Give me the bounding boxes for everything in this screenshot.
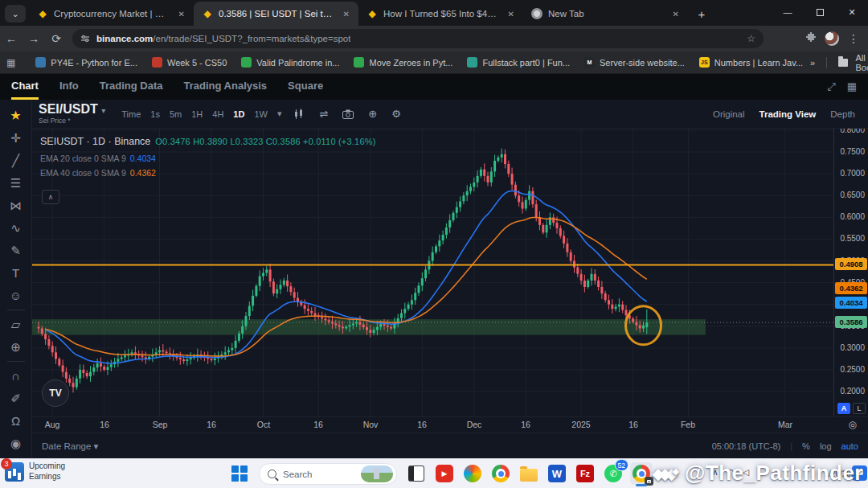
forward-button[interactable]: → [23, 32, 45, 45]
subnav-tab-chart[interactable]: Chart [11, 74, 39, 100]
log-scale-toggle[interactable]: log [820, 441, 832, 451]
auto-scale-button[interactable]: A [837, 403, 850, 414]
trend-line-icon[interactable]: ╱ [4, 150, 28, 171]
interval-button-4H[interactable]: 4H [207, 107, 228, 121]
tab-close-icon[interactable]: ✕ [506, 9, 517, 19]
interval-button-1D[interactable]: 1D [228, 107, 249, 121]
zoom-in-icon[interactable]: ⊕ [4, 336, 28, 358]
apps-grid-icon[interactable]: ▦ [0, 57, 22, 68]
close-window-button[interactable]: ✕ [836, 0, 868, 24]
interval-dropdown-icon[interactable]: ▾ [272, 106, 287, 121]
bookmark-item-4[interactable]: Fullstack part0 | Fun... [460, 57, 577, 68]
crosshair-icon[interactable]: ✛ [4, 127, 28, 149]
browser-tab-0[interactable]: ◆Cryptocurrency Market | Coin P✕ [29, 2, 194, 26]
log-scale-button[interactable]: L [853, 403, 866, 414]
app-icon-word[interactable]: W [546, 462, 568, 485]
subnav-tab-trading-analysis[interactable]: Trading Analysis [184, 74, 268, 100]
text-tool-icon[interactable]: T [4, 262, 28, 284]
mode-depth[interactable]: Depth [830, 109, 855, 119]
browser-tab-2[interactable]: ◆How I Turned $65 Into $465 Da✕ [358, 2, 523, 26]
mode-trading-view[interactable]: Trading View [760, 109, 817, 119]
app-icon-filezilla[interactable]: Fz [574, 462, 596, 485]
tab-close-icon[interactable]: ✕ [670, 9, 682, 19]
app-icon-youtube[interactable]: ▶ [433, 462, 456, 485]
lock-all-icon[interactable]: Ω [4, 410, 28, 432]
browser-tab-3[interactable]: New Tab✕ [523, 2, 688, 26]
bookmark-item-6[interactable]: JSNumbers | Learn Jav... [692, 57, 810, 68]
app-icon-window[interactable] [405, 462, 428, 485]
go-to-realtime-icon[interactable]: ◎ [849, 419, 857, 430]
clock-utc[interactable]: 05:00:18 (UTC-8) [712, 441, 781, 451]
emoji-tool-icon[interactable]: ☺ [4, 285, 28, 306]
tab-close-icon[interactable]: ✕ [176, 9, 187, 19]
bookmark-item-5[interactable]: MServer-side website... [577, 57, 692, 68]
taskbar-search[interactable]: Search [259, 463, 397, 485]
back-button[interactable]: ← [0, 32, 23, 45]
bookmarks-overflow-icon[interactable]: » [810, 58, 815, 68]
tradingview-logo[interactable]: TV [42, 379, 69, 407]
bookmark-star-icon[interactable]: ☆ [747, 33, 755, 44]
xabcd-pattern-icon[interactable]: ⋈ [4, 195, 28, 216]
app-icon-whatsapp[interactable]: ✆52 [602, 462, 624, 485]
subnav-tab-square[interactable]: Square [288, 74, 323, 100]
browser-menu-icon[interactable]: ⋮ [847, 32, 860, 45]
site-settings-icon[interactable] [80, 34, 90, 43]
prediction-icon[interactable]: ∿ [4, 217, 28, 239]
time-axis[interactable]: ◎ Aug16Sep16Oct16Nov16Dec16202516FebMar [32, 416, 868, 433]
price-axis[interactable]: A L 0.80000.75000.70000.65000.60000.5500… [833, 129, 868, 416]
tab-search-button[interactable]: ⌄ [5, 5, 26, 23]
magnet-icon[interactable]: ∩ [4, 365, 28, 387]
browser-tab-1[interactable]: ◆0.3586 | SEI USDT | Sei to USDT✕ [194, 2, 358, 26]
bookmark-item-1[interactable]: Week 5 - CS50 [145, 57, 234, 68]
date-range-button[interactable]: Date Range ▾ [42, 441, 98, 452]
app-icon-chrome-active[interactable] [630, 462, 653, 485]
expand-icon[interactable]: ⤢ [827, 80, 835, 93]
indicators-icon[interactable]: ⇌ [312, 108, 335, 120]
legend-ema40[interactable]: EMA 40 close 0 SMA 90.4362 [40, 166, 376, 180]
bookmark-item-2[interactable]: Valid Palindrome in... [234, 57, 346, 68]
bookmark-item-3[interactable]: Move Zeroes in Pyt... [346, 57, 460, 68]
reload-button[interactable]: ⟳ [45, 32, 68, 45]
add-alert-icon[interactable]: ⊕ [361, 108, 384, 120]
legend-collapse-button[interactable]: ∧ [42, 190, 59, 204]
chevron-down-icon: ▾ [101, 106, 105, 115]
favorites-star-icon[interactable]: ★ [4, 105, 28, 126]
new-tab-button[interactable]: + [691, 3, 712, 24]
weather-widget[interactable]: 3 UpcomingEarnings [5, 461, 65, 482]
chart-style-icon[interactable] [286, 109, 312, 120]
percent-scale-button[interactable]: % [802, 441, 810, 451]
address-bar[interactable]: binance.com/en/trade/SEI_USDT?_from=mark… [72, 29, 764, 48]
minimize-button[interactable]: — [772, 0, 804, 24]
screenshot-camera-icon[interactable] [335, 109, 361, 119]
symbol-selector[interactable]: SEI/USDT ▾ Sei Price * [39, 103, 105, 125]
chart-plot[interactable]: SEIUSDT · 1D · BinanceO0.3476 H0.3890 L0… [32, 129, 868, 416]
edit-lock-icon[interactable]: ✐ [4, 388, 28, 409]
brush-icon[interactable]: ✎ [4, 240, 28, 261]
legend-ema20[interactable]: EMA 20 close 0 SMA 90.4034 [40, 151, 376, 166]
fib-retracement-icon[interactable]: ☰ [4, 172, 28, 194]
restore-button[interactable] [804, 0, 836, 24]
bookmark-item-0[interactable]: PY4E - Python for E... [28, 57, 145, 68]
subnav-tab-info[interactable]: Info [59, 74, 79, 100]
layout-grid-icon[interactable]: ▦ [847, 80, 857, 93]
tab-close-icon[interactable]: ✕ [341, 9, 352, 19]
interval-button-1s[interactable]: 1s [145, 107, 165, 121]
start-button[interactable] [231, 465, 248, 482]
app-icon-copilot[interactable] [461, 462, 484, 485]
subnav-tab-trading-data[interactable]: Trading Data [100, 74, 163, 100]
interval-button-1W[interactable]: 1W [249, 107, 272, 121]
profile-avatar[interactable] [825, 31, 839, 46]
interval-button-1H[interactable]: 1H [186, 107, 207, 121]
hide-all-icon[interactable]: ◉ [4, 433, 28, 454]
chart-settings-gear-icon[interactable]: ⚙ [384, 108, 408, 120]
binance-subnav: ChartInfoTrading DataTrading AnalysisSqu… [0, 74, 868, 100]
measure-icon[interactable]: ▱ [4, 314, 28, 335]
all-bookmarks-label[interactable]: All Bookmarks [856, 53, 868, 72]
app-icon-chrome[interactable] [489, 462, 512, 485]
app-icon-file-explorer[interactable] [518, 462, 540, 485]
mode-original[interactable]: Original [713, 109, 745, 119]
extensions-icon[interactable] [805, 31, 817, 46]
price-tick: 0.8000 [840, 129, 865, 134]
auto-scale-toggle[interactable]: auto [841, 441, 858, 451]
interval-button-5m[interactable]: 5m [165, 107, 186, 121]
